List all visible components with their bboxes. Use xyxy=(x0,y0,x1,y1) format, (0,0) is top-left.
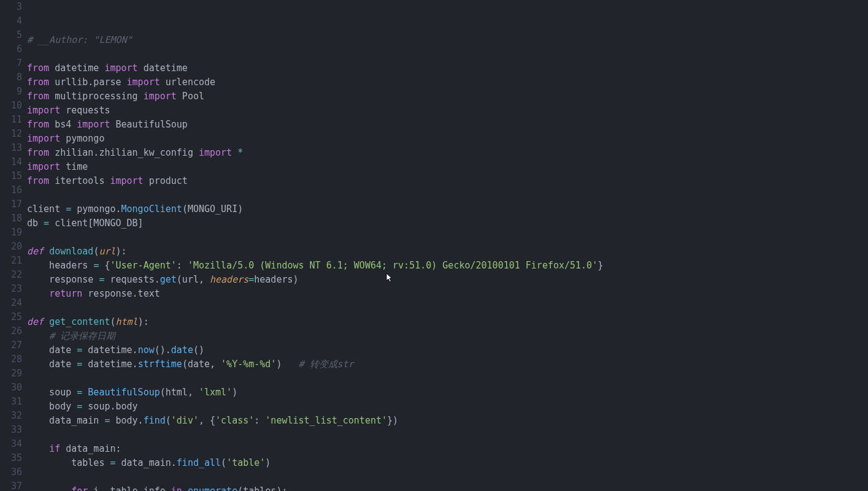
code-line[interactable] xyxy=(27,371,868,386)
token-default: itertools xyxy=(49,175,110,186)
token-default: soup xyxy=(27,387,77,398)
code-line[interactable]: date = datetime.now().date() xyxy=(27,343,868,357)
token-default xyxy=(27,443,49,454)
code-line[interactable]: import pymongo xyxy=(27,132,868,146)
code-line[interactable] xyxy=(27,301,868,315)
token-kw: from xyxy=(27,119,49,130)
code-line[interactable] xyxy=(27,230,868,245)
code-line[interactable] xyxy=(27,470,868,484)
token-default: body. xyxy=(110,415,143,426)
token-default: (html, xyxy=(160,387,199,398)
line-number: 16 xyxy=(0,183,22,197)
code-area[interactable]: # __Author: "LEMON"from datetime import … xyxy=(27,0,868,491)
token-fn-def: download xyxy=(49,246,93,257)
token-kw: from xyxy=(27,147,49,158)
token-str: 'Mozilla/5.0 (Windows NT 6.1; WOW64; rv:… xyxy=(188,260,597,271)
token-default: i, table_info xyxy=(88,485,171,491)
token-default: (). xyxy=(155,344,171,356)
token-default: multiprocessing xyxy=(49,91,144,102)
line-number: 8 xyxy=(0,70,22,85)
code-line[interactable]: from datetime import datetime xyxy=(27,61,868,75)
line-number: 15 xyxy=(0,169,22,183)
token-kw: import xyxy=(104,63,137,74)
code-line[interactable]: import requests xyxy=(27,104,868,118)
code-line[interactable]: data_main = body.find('div', {'class': '… xyxy=(27,414,868,428)
token-default: headers) xyxy=(254,274,298,285)
code-line[interactable]: def download(url): xyxy=(27,245,868,259)
token-default: headers xyxy=(27,260,93,271)
line-number: 11 xyxy=(0,113,22,127)
line-number-gutter: 3456789101112131415161718192021222324252… xyxy=(0,0,27,491)
token-default: { xyxy=(99,260,110,271)
token-comment: # __Author: "LEMON" xyxy=(27,34,133,45)
line-number: 31 xyxy=(0,395,22,409)
code-line[interactable]: if data_main: xyxy=(27,442,868,456)
token-kw-it: def xyxy=(27,246,44,257)
token-default: () xyxy=(193,344,204,356)
code-line[interactable]: tables = data_main.find_all('table') xyxy=(27,456,868,470)
token-default: soup.body xyxy=(82,401,137,412)
code-line[interactable] xyxy=(27,188,868,202)
token-default: }) xyxy=(387,415,398,426)
token-default: datetime xyxy=(138,63,188,74)
code-line[interactable]: headers = {'User-Agent': 'Mozilla/5.0 (W… xyxy=(27,259,868,273)
code-line[interactable]: date = datetime.strftime(date, '%Y-%m-%d… xyxy=(27,357,868,371)
token-default: ): xyxy=(138,316,149,327)
line-number: 9 xyxy=(0,85,22,99)
token-op: * xyxy=(237,147,243,158)
code-line[interactable]: return response.text xyxy=(27,287,868,301)
code-line[interactable]: response = requests.get(url, headers=hea… xyxy=(27,273,868,287)
token-str: 'lxml' xyxy=(199,387,232,398)
code-line[interactable]: from multiprocessing import Pool xyxy=(27,89,868,104)
line-number: 29 xyxy=(0,367,22,381)
token-default: pymongo xyxy=(60,133,104,144)
code-line[interactable]: db = client[MONGO_DB] xyxy=(27,216,868,230)
line-number: 23 xyxy=(0,282,22,296)
line-number: 19 xyxy=(0,226,22,240)
code-line[interactable]: client = pymongo.MongoClient(MONGO_URI) xyxy=(27,202,868,216)
token-fn: get xyxy=(160,274,177,285)
token-default: datetime. xyxy=(82,344,137,356)
code-line[interactable]: from urllib.parse import urlencode xyxy=(27,75,868,89)
line-number: 7 xyxy=(0,56,22,70)
code-line[interactable]: import time xyxy=(27,160,868,174)
code-line[interactable]: from itertools import product xyxy=(27,174,868,188)
code-line[interactable]: body = soup.body xyxy=(27,400,868,414)
code-editor[interactable]: 3456789101112131415161718192021222324252… xyxy=(0,0,868,491)
token-fn: now xyxy=(138,344,155,356)
token-op: = xyxy=(66,204,71,215)
token-default: : xyxy=(254,415,265,426)
token-default: bs4 xyxy=(49,119,77,130)
code-line[interactable]: soup = BeautifulSoup(html, 'lxml') xyxy=(27,386,868,400)
token-str: 'class' xyxy=(215,415,254,426)
token-default: data_main xyxy=(27,415,104,426)
line-number: 37 xyxy=(0,479,22,491)
token-default: ( xyxy=(110,316,115,327)
token-default: ) xyxy=(276,359,298,370)
token-default: date xyxy=(27,359,77,370)
token-str: 'table' xyxy=(226,457,265,468)
code-line[interactable]: from bs4 import BeautifulSoup xyxy=(27,118,868,132)
code-line[interactable]: from zhilian.zhilian_kw_config import * xyxy=(27,146,868,160)
token-default xyxy=(27,288,49,299)
line-number: 18 xyxy=(0,211,22,226)
code-line[interactable]: def get_content(html): xyxy=(27,315,868,329)
token-default: (date, xyxy=(182,359,221,370)
token-kw: if xyxy=(49,443,60,454)
line-number: 20 xyxy=(0,240,22,254)
code-line[interactable]: for i, table_info in enumerate(tables): xyxy=(27,484,868,491)
token-op: = xyxy=(77,401,82,412)
code-line[interactable] xyxy=(27,428,868,442)
code-line[interactable]: # 记录保存日期 xyxy=(27,329,868,343)
token-kw: return xyxy=(49,288,82,299)
token-default: BeautifulSoup xyxy=(110,119,187,130)
token-param: url xyxy=(99,246,115,257)
line-number: 12 xyxy=(0,127,22,141)
token-kw: from xyxy=(27,175,49,186)
line-number: 21 xyxy=(0,254,22,268)
code-line[interactable]: # __Author: "LEMON" xyxy=(27,33,868,47)
code-line[interactable] xyxy=(27,47,868,61)
line-number: 27 xyxy=(0,338,22,352)
token-op: = xyxy=(77,359,82,370)
token-comment: # 转变成str xyxy=(299,359,354,370)
